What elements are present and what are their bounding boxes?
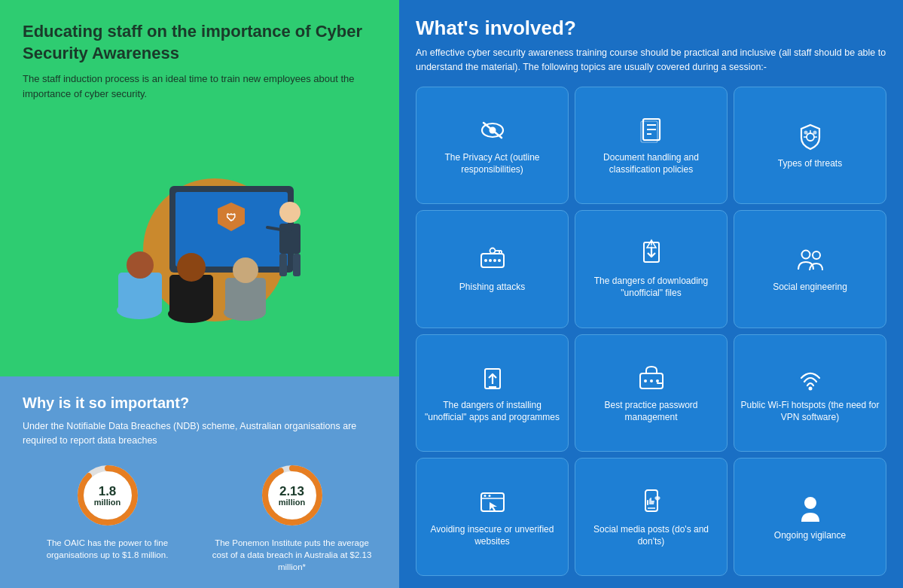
svg-rect-17 [225, 278, 266, 314]
right-panel: What's involved? An effective cyber secu… [399, 0, 903, 588]
main-title: Educating staff on the importance of Cyb… [23, 21, 377, 64]
svg-point-5 [279, 202, 300, 223]
donut-2: 2.13 million [258, 462, 326, 529]
stat1-unit: million [94, 497, 121, 506]
stat2-unit: million [279, 497, 305, 506]
svg-text:🛡: 🛡 [226, 212, 236, 224]
topic-card-social-eng: Social engineering [734, 210, 886, 328]
topic-label-threats: Types of threats [778, 157, 842, 169]
topic-card-threats: Types of threats [734, 87, 886, 205]
topics-grid: The Privacy Act (outline responsibilitie… [416, 87, 886, 577]
whats-involved-desc: An effective cyber security awareness tr… [416, 46, 886, 75]
topic-label-password: Best practice password management [581, 399, 721, 423]
stat1-desc: The OAIC has the power to fine organisat… [23, 537, 192, 561]
stat1-value: 1.8 [94, 484, 121, 497]
phishing-icon [477, 245, 508, 275]
topic-card-password: Best practice password management [575, 334, 728, 452]
why-title: Why is it so important? [23, 395, 377, 412]
main-subtitle: The staff induction process is an ideal … [23, 72, 377, 101]
why-body: Under the Notifiable Data Breaches (NDB)… [23, 419, 377, 448]
stat-item-2: 2.13 million The Ponemon Institute puts … [207, 462, 377, 573]
topic-label-websites: Avoiding insecure or unverified websites [423, 523, 562, 547]
download-icon [636, 239, 667, 269]
social-media-icon [636, 487, 667, 517]
topic-card-download: The dangers of downloading "unofficial" … [575, 210, 728, 328]
topic-label-phishing: Phishing attacks [459, 281, 525, 293]
topic-label-social-media: Social media posts (do's and don'ts) [581, 523, 721, 547]
svg-point-42 [490, 248, 495, 254]
svg-rect-9 [293, 254, 300, 276]
topic-card-vigilance: Ongoing vigilance [734, 458, 886, 576]
left-top-section: Educating staff on the importance of Cyb… [0, 0, 399, 116]
svg-point-70 [804, 497, 816, 509]
svg-point-58 [650, 379, 653, 382]
svg-point-32 [804, 130, 807, 134]
topic-label-privacy-act: The Privacy Act (outline responsibilitie… [423, 151, 562, 175]
illustration-area: 🛡 [0, 116, 399, 376]
social-engineering-icon [795, 245, 825, 275]
topic-label-doc-handling: Document handling and classification pol… [581, 151, 721, 175]
topic-card-social-media: Social media posts (do's and don'ts) [575, 458, 728, 576]
illustration-svg: 🛡 [64, 163, 335, 329]
privacy-icon [477, 115, 508, 145]
whats-involved-title: What's involved? [416, 17, 886, 40]
topic-label-install: The dangers of installing "unofficial" a… [423, 399, 562, 423]
svg-point-12 [127, 251, 154, 279]
install-icon [477, 363, 508, 393]
wifi-icon [795, 363, 825, 393]
svg-point-40 [493, 259, 496, 262]
svg-point-64 [484, 495, 486, 497]
topic-card-install: The dangers of installing "unofficial" a… [416, 334, 569, 452]
svg-point-15 [177, 253, 206, 282]
password-icon [636, 363, 667, 393]
stat2-desc: The Ponemon Institute puts the average c… [207, 537, 377, 573]
left-bottom-section: Why is it so important? Under the Notifi… [0, 376, 399, 588]
stats-row: 1.8 million The OAIC has the power to fi… [23, 462, 377, 573]
threats-icon [795, 121, 825, 151]
stat2-value: 2.13 [279, 484, 305, 497]
topic-card-phishing: Phishing attacks [416, 210, 569, 328]
svg-point-65 [488, 495, 490, 497]
svg-point-38 [484, 259, 487, 262]
svg-point-59 [656, 379, 659, 382]
svg-point-57 [644, 379, 647, 382]
donut-1: 1.8 million [74, 462, 142, 529]
websites-icon [477, 487, 508, 517]
topic-label-vigilance: Ongoing vigilance [774, 529, 846, 541]
svg-point-61 [808, 386, 812, 390]
topic-label-social-eng: Social engineering [773, 281, 847, 293]
svg-rect-8 [279, 254, 287, 276]
vigilance-icon [795, 493, 825, 523]
svg-point-50 [651, 246, 652, 248]
document-icon [636, 115, 667, 145]
svg-point-52 [813, 251, 820, 259]
svg-point-33 [813, 130, 816, 134]
topic-label-wifi: Public Wi-Fi hotspots (the need for VPN … [740, 399, 880, 423]
svg-point-51 [801, 251, 810, 259]
topic-card-doc-handling: Document handling and classification pol… [575, 87, 728, 205]
left-panel: Educating staff on the importance of Cyb… [0, 0, 399, 588]
svg-point-41 [498, 259, 501, 262]
svg-point-18 [233, 257, 258, 283]
topic-card-websites: Avoiding insecure or unverified websites [416, 458, 569, 576]
right-header: What's involved? An effective cyber secu… [416, 17, 886, 87]
topic-card-wifi: Public Wi-Fi hotspots (the need for VPN … [734, 334, 886, 452]
svg-point-39 [489, 259, 492, 262]
svg-point-31 [807, 133, 814, 141]
topic-label-download: The dangers of downloading "unofficial" … [581, 275, 721, 299]
svg-rect-6 [279, 224, 300, 254]
topic-card-privacy-act: The Privacy Act (outline responsibilitie… [416, 87, 569, 205]
svg-marker-66 [490, 502, 497, 511]
stat-item-1: 1.8 million The OAIC has the power to fi… [23, 462, 192, 561]
